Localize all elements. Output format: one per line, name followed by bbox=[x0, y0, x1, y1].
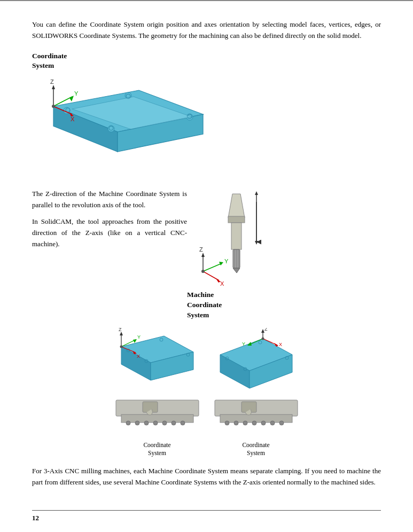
svg-text:Z: Z bbox=[264, 328, 268, 332]
small-diagram-2-base bbox=[212, 397, 300, 440]
svg-text:Z: Z bbox=[50, 79, 54, 85]
svg-point-21 bbox=[52, 105, 55, 108]
machine-coord-area: Z Y X Machine Coordinate System bbox=[187, 189, 294, 320]
diagram-block-1: Z Y X bbox=[113, 328, 201, 457]
svg-point-94 bbox=[243, 421, 247, 425]
svg-point-96 bbox=[261, 421, 266, 425]
svg-marker-22 bbox=[228, 194, 245, 218]
bottom-paragraph: For 3-Axis CNC milling machines, each Ma… bbox=[32, 466, 381, 488]
svg-point-45 bbox=[201, 270, 205, 273]
svg-text:Y: Y bbox=[74, 90, 79, 97]
svg-marker-16 bbox=[69, 96, 74, 101]
svg-text:Y: Y bbox=[224, 258, 229, 264]
svg-point-67 bbox=[144, 421, 149, 425]
tool-diagram: Z Y X bbox=[187, 189, 286, 295]
svg-text:X: X bbox=[279, 342, 282, 347]
svg-point-98 bbox=[279, 421, 284, 425]
svg-point-62 bbox=[120, 346, 122, 348]
svg-line-42 bbox=[203, 271, 219, 280]
middle-text-left: The Z-direction of the Machine Coordinat… bbox=[32, 189, 187, 255]
intro-paragraph: You can define the Coordinate System ori… bbox=[32, 19, 381, 42]
svg-point-65 bbox=[126, 421, 130, 425]
svg-text:X: X bbox=[137, 354, 140, 359]
svg-marker-34 bbox=[255, 191, 258, 195]
coord-label-1: Coordinate System bbox=[143, 441, 170, 457]
svg-text:Z: Z bbox=[119, 328, 122, 332]
svg-text:Y: Y bbox=[137, 334, 141, 340]
page: You can define the Coordinate System ori… bbox=[0, 0, 413, 532]
z-direction-text: The Z-direction of the Machine Coordinat… bbox=[32, 189, 187, 211]
svg-marker-37 bbox=[201, 253, 205, 257]
page-footer: 12 bbox=[0, 510, 413, 522]
svg-rect-23 bbox=[228, 216, 245, 223]
small-diagram-1: Z Y X bbox=[113, 328, 201, 397]
coord-system-label: CoordinateSystem bbox=[32, 51, 376, 72]
page-number: 12 bbox=[32, 514, 39, 522]
svg-text:Y: Y bbox=[242, 341, 245, 347]
svg-text:X: X bbox=[220, 280, 224, 287]
svg-point-69 bbox=[162, 421, 167, 425]
svg-marker-35 bbox=[255, 241, 258, 245]
content-area: You can define the Coordinate System ori… bbox=[0, 3, 413, 504]
svg-marker-40 bbox=[219, 262, 223, 265]
svg-marker-29 bbox=[233, 268, 240, 273]
svg-point-71 bbox=[181, 421, 185, 425]
diagram-block-2: Z X Y bbox=[212, 328, 300, 457]
svg-marker-13 bbox=[52, 85, 55, 89]
solidcam-text: In SolidCAM, the tool approaches from th… bbox=[32, 216, 187, 249]
coord-label-2: Coordinate System bbox=[242, 441, 269, 457]
machine-coord-label: Machine Coordinate System bbox=[187, 290, 222, 320]
svg-point-95 bbox=[252, 421, 256, 425]
diagrams-row: Z Y X bbox=[32, 328, 381, 457]
svg-point-66 bbox=[135, 421, 139, 425]
svg-point-70 bbox=[172, 421, 176, 425]
svg-point-93 bbox=[234, 421, 238, 425]
svg-point-68 bbox=[153, 421, 158, 425]
small-diagram-2: Z X Y bbox=[212, 328, 300, 397]
svg-line-39 bbox=[203, 263, 222, 271]
small-diagram-1-base bbox=[113, 397, 201, 440]
main-coord-diagram: Z Y X bbox=[32, 74, 214, 181]
svg-marker-87 bbox=[247, 342, 252, 346]
svg-point-97 bbox=[270, 421, 275, 425]
svg-text:X: X bbox=[71, 116, 75, 122]
svg-text:Z: Z bbox=[199, 246, 203, 253]
footer-line bbox=[32, 510, 381, 511]
svg-point-89 bbox=[261, 338, 264, 340]
svg-marker-54 bbox=[120, 332, 123, 335]
svg-rect-24 bbox=[231, 223, 241, 249]
middle-section: The Z-direction of the Machine Coordinat… bbox=[32, 189, 381, 320]
svg-point-92 bbox=[225, 421, 229, 425]
